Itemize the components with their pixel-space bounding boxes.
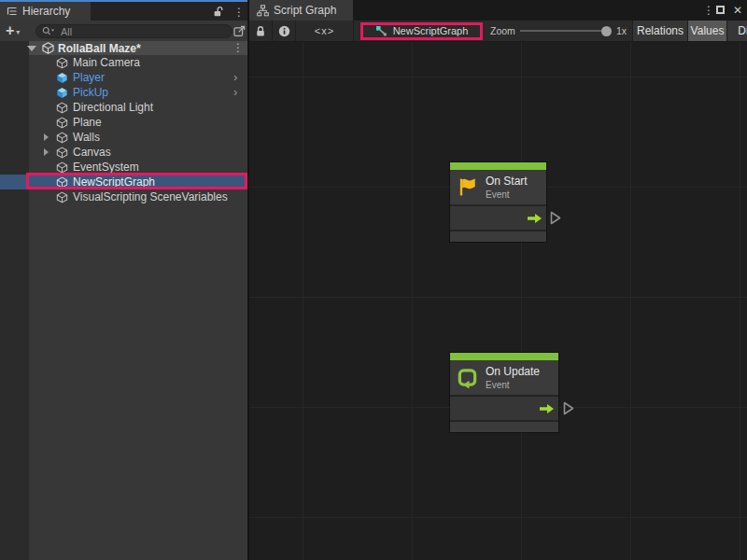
lock-icon bbox=[255, 25, 266, 37]
graph-info-button[interactable] bbox=[273, 21, 296, 41]
flag-icon bbox=[457, 176, 478, 198]
search-icon bbox=[42, 26, 55, 36]
node-footer bbox=[450, 231, 546, 242]
item-label: PickUp bbox=[73, 86, 108, 99]
tab-script-graph[interactable]: Script Graph bbox=[249, 0, 353, 21]
node-color-bar bbox=[450, 353, 558, 360]
hierarchy-item-newscriptgraph[interactable]: NewScriptGraph bbox=[0, 175, 247, 189]
gameobject-icon bbox=[56, 102, 68, 114]
zoom-slider[interactable] bbox=[520, 30, 608, 32]
scene-header-row[interactable]: RollaBall Maze* ⋮ bbox=[29, 41, 247, 55]
node-header: On Update Event bbox=[450, 360, 558, 395]
variables-icon: <x> bbox=[315, 25, 334, 36]
node-subtitle: Event bbox=[486, 189, 528, 200]
graph-canvas[interactable] bbox=[249, 42, 747, 560]
prefab-icon bbox=[56, 87, 68, 99]
dim-button[interactable]: Dim bbox=[726, 21, 747, 41]
node-on-start[interactable]: On Start Event bbox=[450, 162, 546, 242]
prefab-chevron-icon[interactable]: › bbox=[233, 85, 237, 100]
node-title: On Update bbox=[486, 365, 540, 378]
hierarchy-menu-icon[interactable]: ⋮ bbox=[233, 7, 245, 18]
prefab-chevron-icon[interactable]: › bbox=[233, 70, 237, 85]
graph-name: NewScriptGraph bbox=[393, 25, 469, 36]
hierarchy-tabbar: Hierarchy ⋮ bbox=[0, 2, 247, 21]
zoom-value: 1x bbox=[616, 21, 627, 41]
tab-label: Script Graph bbox=[274, 4, 336, 17]
item-label: Directional Light bbox=[73, 101, 153, 114]
hierarchy-item-eventsystem[interactable]: EventSystem bbox=[0, 160, 247, 175]
hierarchy-item-main-camera[interactable]: Main Camera bbox=[0, 55, 247, 70]
tab-label: Hierarchy bbox=[22, 5, 70, 18]
node-header: On Start Event bbox=[450, 170, 546, 204]
hierarchy-toolbar: + ▾ bbox=[0, 21, 247, 41]
node-on-update[interactable]: On Update Event bbox=[450, 353, 558, 432]
loop-icon bbox=[457, 367, 478, 388]
scene-name: RollaBall Maze* bbox=[58, 42, 141, 55]
lock-graph-button[interactable] bbox=[249, 21, 273, 41]
connection-arrow-icon bbox=[563, 401, 574, 415]
graph-toolbar: <x> NewScriptGraph Zoom 1x Relations Val… bbox=[249, 21, 747, 42]
hierarchy-item-walls[interactable]: Walls bbox=[0, 130, 247, 145]
chevron-down-icon: ▾ bbox=[16, 28, 20, 36]
plus-icon: + bbox=[6, 22, 14, 39]
hierarchy-item-canvas[interactable]: Canvas bbox=[0, 145, 247, 160]
relations-button[interactable]: Relations bbox=[632, 21, 687, 41]
gameobject-icon bbox=[56, 147, 68, 159]
gameobject-icon bbox=[56, 161, 68, 174]
gameobject-icon bbox=[56, 117, 68, 129]
node-color-bar bbox=[450, 162, 546, 170]
unlock-icon[interactable] bbox=[213, 6, 224, 18]
blackboard-variables-button[interactable]: <x> bbox=[296, 21, 354, 41]
flow-output-port[interactable] bbox=[540, 403, 554, 414]
scene-picker-icon[interactable] bbox=[233, 25, 246, 37]
panel-focus-indicator bbox=[0, 0, 247, 2]
node-title: On Start bbox=[486, 175, 528, 188]
item-label: Canvas bbox=[73, 146, 111, 159]
gameobject-icon bbox=[56, 132, 68, 144]
tab-hierarchy[interactable]: Hierarchy bbox=[0, 2, 91, 21]
graph-breadcrumb[interactable]: NewScriptGraph bbox=[360, 21, 483, 41]
zoom-label: Zoom bbox=[490, 21, 515, 41]
add-object-button[interactable]: + ▾ bbox=[6, 22, 20, 39]
close-icon[interactable]: ✕ bbox=[733, 4, 742, 17]
connection-arrow-icon bbox=[550, 211, 561, 225]
expand-arrow-icon[interactable] bbox=[44, 133, 49, 141]
hierarchy-item-plane[interactable]: Plane bbox=[0, 115, 247, 130]
gameobject-icon bbox=[56, 191, 68, 203]
item-label: Plane bbox=[73, 116, 102, 129]
window-menu-icon[interactable]: ⋮ bbox=[703, 5, 714, 16]
flow-output-port[interactable] bbox=[528, 213, 542, 224]
zoom-slider-handle[interactable] bbox=[601, 26, 612, 36]
search-box[interactable] bbox=[35, 24, 233, 38]
search-input[interactable] bbox=[59, 25, 226, 38]
maximize-icon[interactable] bbox=[716, 6, 725, 14]
hierarchy-item-pickup[interactable]: PickUp › bbox=[0, 85, 247, 100]
item-label: VisualScripting SceneVariables bbox=[73, 190, 228, 203]
item-label: NewScriptGraph bbox=[73, 175, 155, 189]
node-footer bbox=[450, 422, 558, 432]
unity-scene-icon bbox=[42, 42, 54, 54]
item-label: Walls bbox=[73, 131, 100, 144]
hierarchy-panel: Hierarchy ⋮ + ▾ bbox=[0, 0, 247, 560]
collapse-arrow-icon[interactable] bbox=[27, 46, 36, 51]
hierarchy-item-directional-light[interactable]: Directional Light bbox=[0, 100, 247, 115]
item-label: EventSystem bbox=[73, 161, 139, 174]
prefab-icon bbox=[56, 72, 68, 84]
item-label: Main Camera bbox=[73, 56, 140, 69]
hierarchy-item-player[interactable]: Player › bbox=[0, 70, 247, 85]
info-icon bbox=[278, 25, 290, 37]
hierarchy-item-visualscripting-scenevariables[interactable]: VisualScripting SceneVariables bbox=[0, 189, 247, 204]
node-body bbox=[450, 395, 558, 422]
expand-arrow-icon[interactable] bbox=[44, 148, 49, 156]
node-subtitle: Event bbox=[486, 380, 540, 390]
graph-tabbar: Script Graph ⋮ ✕ bbox=[249, 0, 747, 21]
hierarchy-icon bbox=[7, 6, 18, 17]
node-body bbox=[450, 204, 546, 231]
gameobject-icon bbox=[56, 176, 68, 189]
values-button[interactable]: Values bbox=[687, 21, 726, 41]
item-label: Player bbox=[73, 71, 105, 84]
graph-asset-icon bbox=[375, 25, 388, 37]
scene-menu-icon[interactable]: ⋮ bbox=[233, 42, 244, 53]
script-graph-icon bbox=[257, 5, 269, 17]
gameobject-icon bbox=[56, 57, 68, 69]
